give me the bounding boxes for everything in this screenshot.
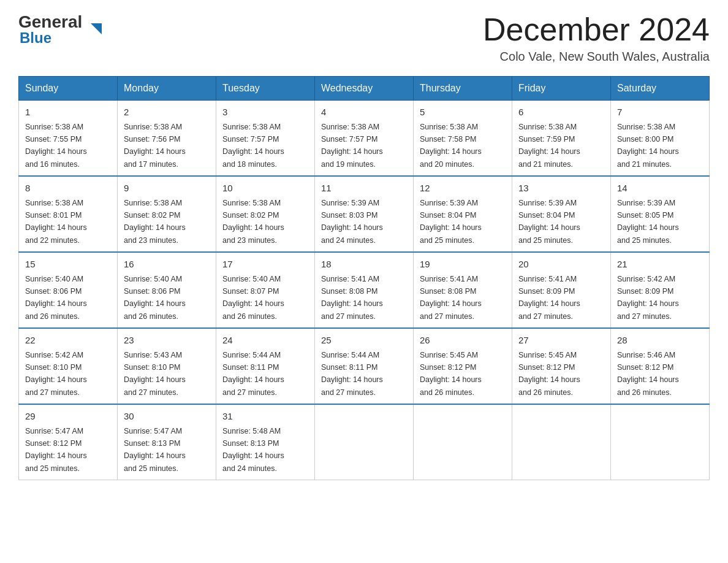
table-row: 24 Sunrise: 5:44 AMSunset: 8:11 PMDaylig… xyxy=(216,328,315,404)
table-row: 31 Sunrise: 5:48 AMSunset: 8:13 PMDaylig… xyxy=(216,404,315,480)
table-row: 28 Sunrise: 5:46 AMSunset: 8:12 PMDaylig… xyxy=(611,328,710,404)
day-number: 4 xyxy=(321,105,407,120)
location-subtitle: Colo Vale, New South Wales, Australia xyxy=(483,50,710,64)
table-row: 29 Sunrise: 5:47 AMSunset: 8:12 PMDaylig… xyxy=(19,404,118,480)
day-info: Sunrise: 5:38 AMSunset: 7:56 PMDaylight:… xyxy=(124,123,186,169)
page-header: General Blue December 2024 Colo Vale, Ne… xyxy=(18,12,710,64)
col-monday: Monday xyxy=(118,77,216,101)
table-row: 17 Sunrise: 5:40 AMSunset: 8:07 PMDaylig… xyxy=(216,252,315,328)
table-row: 26 Sunrise: 5:45 AMSunset: 8:12 PMDaylig… xyxy=(414,328,512,404)
day-number: 9 xyxy=(124,182,210,196)
day-info: Sunrise: 5:40 AMSunset: 8:06 PMDaylight:… xyxy=(124,275,186,321)
day-number: 2 xyxy=(124,105,210,120)
table-row: 12 Sunrise: 5:39 AMSunset: 8:04 PMDaylig… xyxy=(414,176,512,252)
day-number: 10 xyxy=(222,182,308,196)
day-number: 7 xyxy=(617,105,703,120)
table-row: 3 Sunrise: 5:38 AMSunset: 7:57 PMDayligh… xyxy=(216,101,315,177)
table-row: 18 Sunrise: 5:41 AMSunset: 8:08 PMDaylig… xyxy=(315,252,414,328)
day-info: Sunrise: 5:47 AMSunset: 8:12 PMDaylight:… xyxy=(25,427,87,473)
day-info: Sunrise: 5:39 AMSunset: 8:05 PMDaylight:… xyxy=(617,199,679,245)
table-row: 5 Sunrise: 5:38 AMSunset: 7:58 PMDayligh… xyxy=(414,101,512,177)
table-row: 4 Sunrise: 5:38 AMSunset: 7:57 PMDayligh… xyxy=(315,101,414,177)
calendar-table: Sunday Monday Tuesday Wednesday Thursday… xyxy=(18,76,710,480)
day-info: Sunrise: 5:38 AMSunset: 7:57 PMDaylight:… xyxy=(222,123,284,169)
day-number: 24 xyxy=(222,334,308,348)
table-row: 14 Sunrise: 5:39 AMSunset: 8:05 PMDaylig… xyxy=(611,176,710,252)
day-info: Sunrise: 5:38 AMSunset: 7:59 PMDaylight:… xyxy=(518,123,580,169)
svg-marker-0 xyxy=(91,23,102,34)
day-info: Sunrise: 5:48 AMSunset: 8:13 PMDaylight:… xyxy=(222,427,284,473)
col-tuesday: Tuesday xyxy=(216,77,315,101)
day-number: 12 xyxy=(420,182,506,196)
table-row: 23 Sunrise: 5:43 AMSunset: 8:10 PMDaylig… xyxy=(118,328,216,404)
day-info: Sunrise: 5:40 AMSunset: 8:07 PMDaylight:… xyxy=(222,275,284,321)
day-info: Sunrise: 5:44 AMSunset: 8:11 PMDaylight:… xyxy=(222,351,284,397)
table-row: 21 Sunrise: 5:42 AMSunset: 8:09 PMDaylig… xyxy=(611,252,710,328)
table-row: 25 Sunrise: 5:44 AMSunset: 8:11 PMDaylig… xyxy=(315,328,414,404)
day-number: 6 xyxy=(518,105,604,120)
day-info: Sunrise: 5:47 AMSunset: 8:13 PMDaylight:… xyxy=(124,427,186,473)
table-row: 15 Sunrise: 5:40 AMSunset: 8:06 PMDaylig… xyxy=(19,252,118,328)
table-row: 22 Sunrise: 5:42 AMSunset: 8:10 PMDaylig… xyxy=(19,328,118,404)
day-number: 19 xyxy=(420,258,506,272)
day-info: Sunrise: 5:39 AMSunset: 8:03 PMDaylight:… xyxy=(321,199,383,245)
day-number: 23 xyxy=(124,334,210,348)
day-info: Sunrise: 5:40 AMSunset: 8:06 PMDaylight:… xyxy=(25,275,87,321)
day-number: 28 xyxy=(617,334,703,348)
day-number: 27 xyxy=(518,334,604,348)
day-number: 25 xyxy=(321,334,407,348)
table-row xyxy=(611,404,710,480)
calendar-week-row: 8 Sunrise: 5:38 AMSunset: 8:01 PMDayligh… xyxy=(19,176,710,252)
day-info: Sunrise: 5:38 AMSunset: 8:00 PMDaylight:… xyxy=(617,123,679,169)
day-info: Sunrise: 5:38 AMSunset: 8:02 PMDaylight:… xyxy=(124,199,186,245)
day-info: Sunrise: 5:38 AMSunset: 7:58 PMDaylight:… xyxy=(420,123,482,169)
calendar-header-row: Sunday Monday Tuesday Wednesday Thursday… xyxy=(19,77,710,101)
day-info: Sunrise: 5:38 AMSunset: 8:02 PMDaylight:… xyxy=(222,199,284,245)
table-row: 13 Sunrise: 5:39 AMSunset: 8:04 PMDaylig… xyxy=(512,176,611,252)
day-number: 1 xyxy=(25,105,111,120)
day-number: 26 xyxy=(420,334,506,348)
day-info: Sunrise: 5:42 AMSunset: 8:09 PMDaylight:… xyxy=(617,275,679,321)
calendar-week-row: 1 Sunrise: 5:38 AMSunset: 7:55 PMDayligh… xyxy=(19,101,710,177)
day-number: 31 xyxy=(222,410,308,424)
table-row: 16 Sunrise: 5:40 AMSunset: 8:06 PMDaylig… xyxy=(118,252,216,328)
col-sunday: Sunday xyxy=(19,77,118,101)
day-number: 14 xyxy=(617,182,703,196)
day-info: Sunrise: 5:45 AMSunset: 8:12 PMDaylight:… xyxy=(420,351,482,397)
day-number: 29 xyxy=(25,410,111,424)
calendar-week-row: 15 Sunrise: 5:40 AMSunset: 8:06 PMDaylig… xyxy=(19,252,710,328)
day-info: Sunrise: 5:41 AMSunset: 8:08 PMDaylight:… xyxy=(420,275,482,321)
day-info: Sunrise: 5:43 AMSunset: 8:10 PMDaylight:… xyxy=(124,351,186,397)
day-info: Sunrise: 5:41 AMSunset: 8:08 PMDaylight:… xyxy=(321,275,383,321)
table-row: 30 Sunrise: 5:47 AMSunset: 8:13 PMDaylig… xyxy=(118,404,216,480)
day-number: 3 xyxy=(222,105,308,120)
table-row: 8 Sunrise: 5:38 AMSunset: 8:01 PMDayligh… xyxy=(19,176,118,252)
table-row: 2 Sunrise: 5:38 AMSunset: 7:56 PMDayligh… xyxy=(118,101,216,177)
day-number: 5 xyxy=(420,105,506,120)
table-row: 1 Sunrise: 5:38 AMSunset: 7:55 PMDayligh… xyxy=(19,101,118,177)
day-info: Sunrise: 5:41 AMSunset: 8:09 PMDaylight:… xyxy=(518,275,580,321)
day-number: 18 xyxy=(321,258,407,272)
calendar-week-row: 22 Sunrise: 5:42 AMSunset: 8:10 PMDaylig… xyxy=(19,328,710,404)
day-number: 30 xyxy=(124,410,210,424)
col-friday: Friday xyxy=(512,77,611,101)
calendar-week-row: 29 Sunrise: 5:47 AMSunset: 8:12 PMDaylig… xyxy=(19,404,710,480)
day-info: Sunrise: 5:38 AMSunset: 7:55 PMDaylight:… xyxy=(25,123,87,169)
table-row: 9 Sunrise: 5:38 AMSunset: 8:02 PMDayligh… xyxy=(118,176,216,252)
day-info: Sunrise: 5:44 AMSunset: 8:11 PMDaylight:… xyxy=(321,351,383,397)
table-row xyxy=(315,404,414,480)
day-number: 11 xyxy=(321,182,407,196)
table-row: 19 Sunrise: 5:41 AMSunset: 8:08 PMDaylig… xyxy=(414,252,512,328)
day-info: Sunrise: 5:45 AMSunset: 8:12 PMDaylight:… xyxy=(518,351,580,397)
table-row: 7 Sunrise: 5:38 AMSunset: 8:00 PMDayligh… xyxy=(611,101,710,177)
col-thursday: Thursday xyxy=(414,77,512,101)
table-row xyxy=(414,404,512,480)
table-row: 6 Sunrise: 5:38 AMSunset: 7:59 PMDayligh… xyxy=(512,101,611,177)
col-saturday: Saturday xyxy=(611,77,710,101)
day-info: Sunrise: 5:38 AMSunset: 7:57 PMDaylight:… xyxy=(321,123,383,169)
title-area: December 2024 Colo Vale, New South Wales… xyxy=(483,12,710,64)
logo-text-blue: Blue xyxy=(18,29,51,47)
day-number: 8 xyxy=(25,182,111,196)
day-number: 16 xyxy=(124,258,210,272)
table-row: 10 Sunrise: 5:38 AMSunset: 8:02 PMDaylig… xyxy=(216,176,315,252)
